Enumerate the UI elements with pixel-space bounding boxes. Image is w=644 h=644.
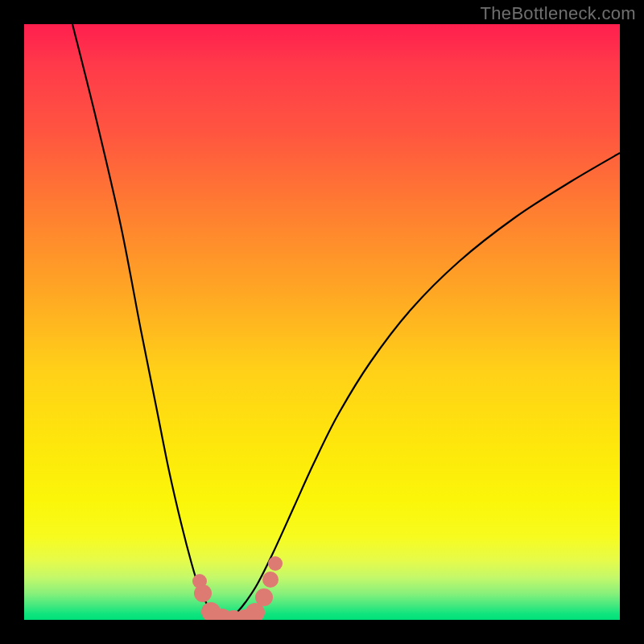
curve-dot: [262, 572, 279, 588]
curve-dot: [268, 556, 283, 571]
plot-area: [24, 24, 620, 620]
dots-group: [192, 556, 283, 620]
curve-dot: [194, 584, 212, 602]
chart-frame: TheBottleneck.com: [0, 0, 644, 644]
curve-dot: [255, 588, 273, 606]
watermark-text: TheBottleneck.com: [481, 3, 636, 24]
curve-dots: [24, 24, 620, 620]
